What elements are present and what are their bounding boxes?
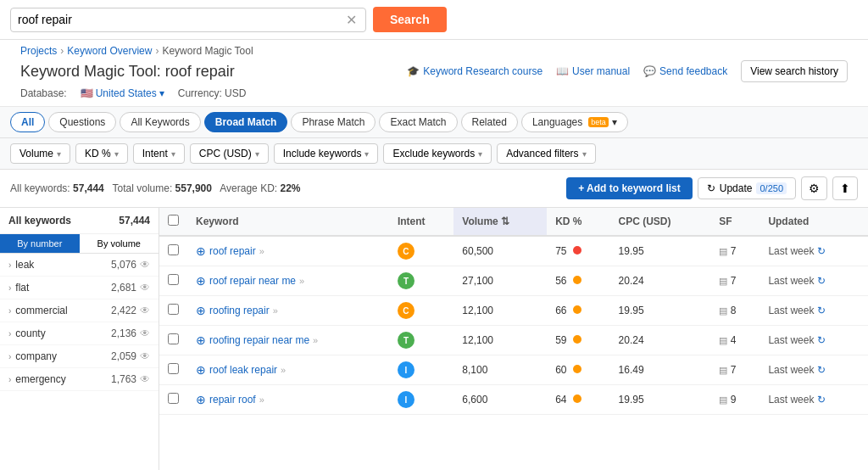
view-history-button[interactable]: View search history <box>741 60 848 82</box>
row-checkbox[interactable] <box>168 304 179 315</box>
search-input[interactable] <box>18 13 344 26</box>
volume-cell: 12,100 <box>453 296 547 326</box>
advanced-filters-filter[interactable]: Advanced filters ▾ <box>497 143 595 164</box>
eye-icon[interactable]: 👁 <box>140 305 150 316</box>
select-all-checkbox[interactable] <box>168 215 179 226</box>
row-checkbox[interactable] <box>168 363 179 374</box>
chevron-down-icon: ▾ <box>159 87 164 99</box>
updated-cell: Last week ↻ <box>760 326 868 355</box>
keyword-link[interactable]: ⊕ roof leak repair » <box>196 363 381 377</box>
table-row: ⊕ roof leak repair » I 8,100 60 16.49 ▤ … <box>159 355 868 385</box>
kd-value: 56 <box>555 275 566 287</box>
cpc-cell: 19.95 <box>610 236 711 266</box>
updated-text: Last week <box>768 364 814 376</box>
eye-icon[interactable]: 👁 <box>140 350 150 362</box>
row-checkbox[interactable] <box>168 274 179 285</box>
export-icon-button[interactable]: ⬆ <box>832 176 858 200</box>
tab-exact-match[interactable]: Exact Match <box>379 112 457 132</box>
volume-cell: 60,500 <box>453 236 547 266</box>
refresh-icon[interactable]: ↻ <box>817 334 826 346</box>
chevron-right-icon: › <box>8 329 11 339</box>
col-intent[interactable]: Intent <box>389 208 453 236</box>
refresh-icon[interactable]: ↻ <box>817 275 826 287</box>
breadcrumb-keyword-overview[interactable]: Keyword Overview <box>67 45 152 57</box>
breadcrumb-projects[interactable]: Projects <box>20 45 57 57</box>
keyword-link[interactable]: ⊕ repair roof » <box>196 393 381 406</box>
col-kd[interactable]: KD % <box>547 208 609 236</box>
page-title: Keyword Magic Tool: roof repair <box>20 63 235 81</box>
sidebar-items: › leak 5,076 👁 › flat 2,681 👁 <box>0 254 159 391</box>
by-number-button[interactable]: By number <box>0 234 80 253</box>
keyword-link[interactable]: ⊕ roof repair near me » <box>196 274 381 288</box>
add-to-keyword-list-button[interactable]: + Add to keyword list <box>566 177 693 199</box>
intent-filter[interactable]: Intent ▾ <box>133 143 185 164</box>
kd-value: 64 <box>555 394 566 406</box>
keyword-course-link[interactable]: 🎓 Keyword Research course <box>407 65 542 77</box>
eye-icon[interactable]: 👁 <box>140 327 150 339</box>
database-country-link[interactable]: 🇺🇸 United States ▾ <box>81 87 164 99</box>
kd-cell: 60 <box>547 355 609 385</box>
sidebar-item-flat[interactable]: › flat 2,681 👁 <box>0 277 159 299</box>
tab-languages[interactable]: Languages beta ▾ <box>521 112 628 132</box>
sidebar-item-commercial[interactable]: › commercial 2,422 👁 <box>0 299 159 322</box>
tab-phrase-match[interactable]: Phrase Match <box>291 112 376 132</box>
settings-icon-button[interactable]: ⚙ <box>801 176 827 200</box>
col-cpc[interactable]: CPC (USD) <box>610 208 711 236</box>
refresh-icon[interactable]: ↻ <box>817 245 826 257</box>
user-manual-link[interactable]: 📖 User manual <box>556 65 630 77</box>
keyword-link[interactable]: ⊕ roofing repair near me » <box>196 333 381 347</box>
sf-icon: ▤ <box>719 246 727 256</box>
keyword-link[interactable]: ⊕ roofing repair » <box>196 304 381 317</box>
clear-button[interactable]: ✕ <box>344 12 359 28</box>
tab-questions[interactable]: Questions <box>48 112 116 132</box>
sidebar-item-leak[interactable]: › leak 5,076 👁 <box>0 254 159 277</box>
kd-value: 75 <box>555 245 566 257</box>
search-button[interactable]: Search <box>373 7 447 32</box>
kd-filter[interactable]: KD % ▾ <box>75 143 128 164</box>
sidebar-item-company[interactable]: › company 2,059 👁 <box>0 345 159 368</box>
sidebar-item-emergency[interactable]: › emergency 1,763 👁 <box>0 368 159 391</box>
cpc-filter[interactable]: CPC (USD) ▾ <box>190 143 269 164</box>
tab-all[interactable]: All <box>10 112 45 132</box>
include-keywords-filter[interactable]: Include keywords ▾ <box>274 143 379 164</box>
refresh-icon[interactable]: ↻ <box>817 364 826 376</box>
sf-icon: ▤ <box>719 276 727 286</box>
exclude-keywords-filter[interactable]: Exclude keywords ▾ <box>383 143 492 164</box>
chevron-down-icon: ▾ <box>255 149 259 159</box>
plus-circle-icon: ⊕ <box>196 393 206 406</box>
keyword-cell: ⊕ roof repair » <box>187 236 389 266</box>
updated-text: Last week <box>768 394 814 406</box>
sidebar-item-county[interactable]: › county 2,136 👁 <box>0 322 159 345</box>
row-checkbox[interactable] <box>168 244 179 255</box>
keyword-link[interactable]: ⊕ roof repair » <box>196 244 381 258</box>
col-keyword[interactable]: Keyword <box>187 208 389 236</box>
tab-related[interactable]: Related <box>461 112 518 132</box>
sf-icon: ▤ <box>719 305 727 316</box>
volume-filter[interactable]: Volume ▾ <box>10 143 70 164</box>
row-checkbox[interactable] <box>168 393 179 404</box>
eye-icon[interactable]: 👁 <box>140 373 150 385</box>
cpc-cell: 19.95 <box>610 296 711 326</box>
send-feedback-link[interactable]: 💬 Send feedback <box>643 65 727 77</box>
tab-broad-match[interactable]: Broad Match <box>204 112 288 132</box>
eye-icon[interactable]: 👁 <box>140 282 150 294</box>
row-checkbox-cell <box>159 266 187 296</box>
col-sf[interactable]: SF <box>710 208 760 236</box>
double-arrow-icon: » <box>259 394 264 405</box>
kd-dot <box>573 276 581 284</box>
table-row: ⊕ roof repair near me » T 27,100 56 20.2… <box>159 266 868 296</box>
header-links: 🎓 Keyword Research course 📖 User manual … <box>407 60 848 82</box>
by-volume-button[interactable]: By volume <box>80 234 159 253</box>
refresh-icon[interactable]: ↻ <box>817 305 826 316</box>
sf-value: 7 <box>731 245 737 257</box>
beta-badge: beta <box>588 117 609 127</box>
plus-circle-icon: ⊕ <box>196 304 206 317</box>
col-volume[interactable]: Volume ⇅ <box>453 208 547 236</box>
kd-dot <box>573 394 581 403</box>
refresh-icon[interactable]: ↻ <box>817 394 826 406</box>
eye-icon[interactable]: 👁 <box>140 259 150 271</box>
row-checkbox[interactable] <box>168 333 179 344</box>
col-updated[interactable]: Updated <box>760 208 868 236</box>
tab-all-keywords[interactable]: All Keywords <box>120 112 200 132</box>
update-button[interactable]: ↻ Update 0/250 <box>698 177 796 199</box>
